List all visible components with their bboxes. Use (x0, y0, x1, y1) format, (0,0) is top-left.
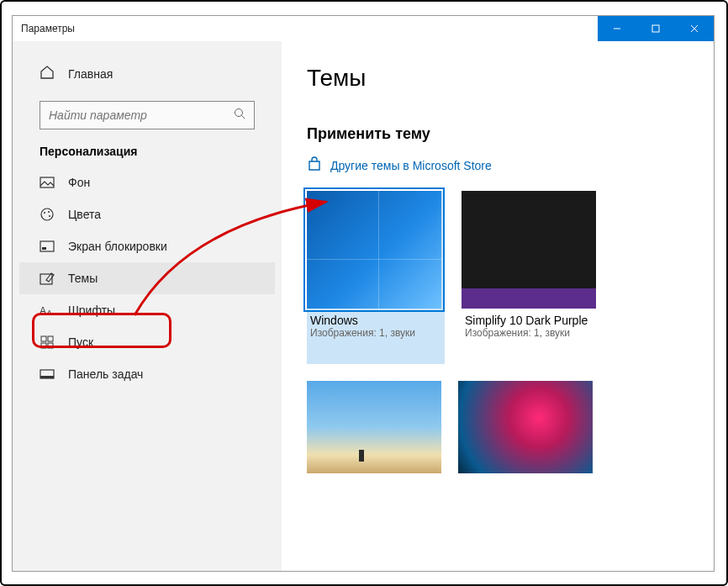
start-icon (40, 335, 55, 350)
svg-point-7 (41, 209, 53, 220)
search-box[interactable] (40, 101, 255, 129)
sidebar-item-colors[interactable]: Цвета (19, 198, 275, 230)
fonts-icon: AA (40, 303, 55, 318)
taskbar-icon (40, 367, 55, 382)
picture-icon (40, 175, 55, 190)
theme-preview (307, 381, 441, 473)
theme-card[interactable] (307, 381, 441, 473)
theme-preview (458, 381, 593, 473)
svg-rect-21 (40, 376, 54, 378)
themes-icon (40, 271, 55, 286)
window-controls (598, 16, 714, 41)
sidebar-item-label: Шрифты (68, 304, 115, 317)
svg-rect-16 (41, 336, 46, 341)
store-link[interactable]: Другие темы в Microsoft Store (307, 156, 688, 174)
svg-rect-1 (652, 25, 659, 32)
theme-card-windows[interactable]: Windows Изображения: 1, звуки (307, 191, 445, 364)
theme-name: Simplify 10 Dark Purple (462, 309, 596, 327)
svg-point-8 (44, 212, 45, 214)
theme-subtitle: Изображения: 1, звуки (462, 327, 596, 339)
close-button[interactable] (675, 16, 714, 41)
main-panel: Темы Применить тему Другие темы в Micros… (282, 41, 714, 571)
svg-rect-11 (40, 241, 54, 251)
themes-grid: Windows Изображения: 1, звуки Simplify 1… (307, 191, 688, 364)
home-label: Главная (68, 67, 113, 81)
sidebar-item-themes[interactable]: Темы (19, 262, 275, 294)
svg-line-5 (242, 116, 245, 119)
svg-text:A: A (47, 309, 52, 316)
home-link[interactable]: Главная (19, 58, 275, 89)
sidebar-item-label: Экран блокировки (68, 240, 167, 253)
search-icon (234, 108, 245, 123)
svg-rect-19 (48, 343, 53, 348)
store-icon (307, 156, 322, 174)
sidebar-item-fonts[interactable]: AA Шрифты (19, 294, 275, 326)
content-area: Главная Персонализация Фон Цвета Экран б… (13, 41, 714, 571)
settings-window: Параметры Главная Персонализация Фон (12, 15, 715, 572)
svg-point-4 (235, 109, 243, 117)
search-input[interactable] (49, 108, 234, 122)
sidebar-item-lockscreen[interactable]: Экран блокировки (19, 230, 275, 262)
themes-row-2 (307, 381, 688, 473)
svg-point-9 (48, 211, 50, 213)
home-icon (40, 65, 55, 82)
svg-rect-17 (48, 336, 53, 341)
svg-text:A: A (40, 305, 46, 316)
sidebar-item-background[interactable]: Фон (19, 166, 275, 198)
page-title: Темы (307, 65, 688, 92)
store-link-label: Другие темы в Microsoft Store (330, 159, 492, 172)
apply-theme-heading: Применить тему (307, 125, 688, 143)
sidebar-item-label: Панель задач (68, 367, 143, 381)
sidebar-item-label: Пуск (68, 335, 93, 349)
svg-rect-18 (41, 343, 46, 348)
theme-preview (462, 191, 596, 309)
svg-rect-6 (40, 177, 54, 187)
theme-subtitle: Изображения: 1, звуки (307, 327, 445, 339)
sidebar-item-label: Темы (68, 272, 98, 285)
sidebar-item-taskbar[interactable]: Панель задач (19, 358, 275, 390)
sidebar-item-label: Фон (68, 176, 90, 189)
section-header: Персонализация (19, 145, 275, 166)
sidebar: Главная Персонализация Фон Цвета Экран б… (13, 41, 282, 571)
minimize-button[interactable] (598, 16, 636, 41)
theme-card[interactable] (458, 381, 593, 473)
sidebar-item-label: Цвета (68, 208, 101, 221)
sidebar-item-start[interactable]: Пуск (19, 326, 275, 358)
theme-name: Windows (307, 309, 445, 327)
theme-preview (307, 191, 441, 309)
theme-card-simplify[interactable]: Simplify 10 Dark Purple Изображения: 1, … (462, 191, 596, 364)
accent-strip (462, 288, 596, 309)
lockscreen-icon (40, 239, 55, 254)
window-title: Параметры (13, 23, 598, 34)
palette-icon (40, 207, 55, 222)
svg-rect-12 (42, 247, 46, 250)
maximize-button[interactable] (636, 16, 675, 41)
titlebar: Параметры (13, 16, 714, 41)
svg-point-10 (49, 215, 50, 217)
